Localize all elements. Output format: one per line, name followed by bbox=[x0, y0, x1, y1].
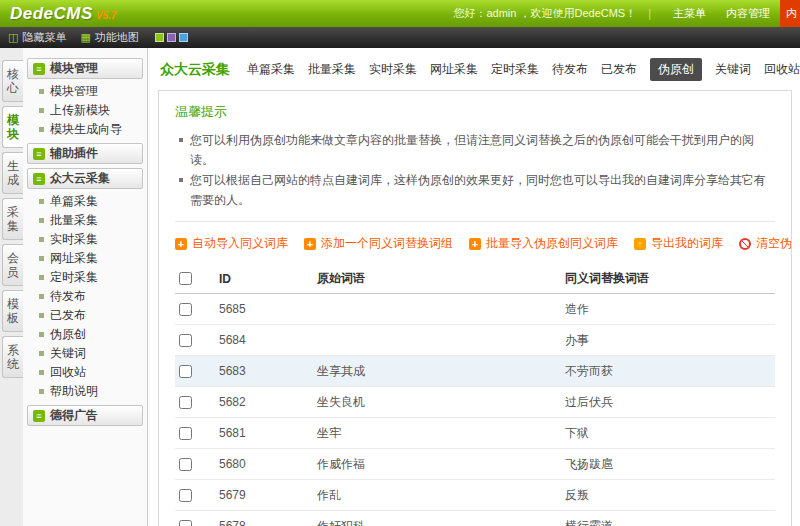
import-icon bbox=[469, 238, 481, 250]
row-checkbox[interactable] bbox=[179, 334, 192, 347]
module-tab-4[interactable]: 会员 bbox=[2, 244, 23, 286]
row-checkbox[interactable] bbox=[179, 520, 192, 526]
bullet-icon bbox=[39, 108, 44, 113]
action-3[interactable]: 导出我的词库 bbox=[634, 235, 723, 252]
row-checkbox[interactable] bbox=[179, 365, 192, 378]
module-tab-2[interactable]: 生成 bbox=[2, 152, 23, 194]
sidebar-item-label: 模块管理 bbox=[50, 84, 98, 99]
row-checkbox[interactable] bbox=[179, 303, 192, 316]
sidebar-item[interactable]: 关键词 bbox=[23, 344, 147, 363]
sidebar-panel-header-0[interactable]: ≡模块管理 bbox=[27, 58, 143, 79]
function-map-label: 功能地图 bbox=[95, 30, 139, 45]
main-tab-9[interactable]: 回收站 bbox=[764, 61, 800, 78]
row-check-cell bbox=[179, 396, 219, 409]
table-row: 5678作奸犯科横行霸道 bbox=[175, 511, 775, 526]
table-row: 5681坐牢下狱 bbox=[175, 418, 775, 449]
hide-menu-button[interactable]: ◫ 隐藏菜单 bbox=[8, 30, 66, 45]
main-tab-7[interactable]: 伪原创 bbox=[650, 58, 702, 81]
sidebar-item[interactable]: 模块管理 bbox=[23, 82, 147, 101]
menu-icon: ≡ bbox=[33, 63, 45, 75]
sidebar-item-label: 待发布 bbox=[50, 289, 86, 304]
bullet-icon bbox=[39, 275, 44, 280]
main-tab-2[interactable]: 实时采集 bbox=[369, 61, 417, 78]
action-2[interactable]: 批量导入伪原创同义词库 bbox=[469, 235, 618, 252]
sidebar-item[interactable]: 定时采集 bbox=[23, 268, 147, 287]
map-icon: ▦ bbox=[80, 32, 90, 43]
sidebar-panel-header-1[interactable]: ≡辅助插件 bbox=[27, 143, 143, 164]
logo-text: DedeCMS bbox=[10, 4, 93, 24]
header-menu-item-2[interactable]: 内 bbox=[780, 0, 800, 27]
module-tab-5[interactable]: 模板 bbox=[2, 290, 23, 332]
module-tab-0[interactable]: 核心 bbox=[2, 60, 23, 102]
divider bbox=[175, 221, 775, 222]
header-menu-item-1[interactable]: 内容管理 bbox=[716, 0, 780, 27]
skin-swatch-1[interactable] bbox=[167, 33, 176, 42]
module-tab-3[interactable]: 采集 bbox=[2, 198, 23, 240]
logo: DedeCMS V5.7 bbox=[10, 4, 116, 24]
sidebar-item-label: 上传新模块 bbox=[50, 103, 110, 118]
header-separator: ｜ bbox=[644, 6, 655, 21]
cell-id: 5684 bbox=[219, 333, 317, 347]
function-map-button[interactable]: ▦ 功能地图 bbox=[80, 30, 138, 45]
table-row: 5684办事 bbox=[175, 325, 775, 356]
sidebar-item[interactable]: 单篇采集 bbox=[23, 192, 147, 211]
header-menu-item-0[interactable]: 主菜单 bbox=[663, 0, 716, 27]
skin-swatch-0[interactable] bbox=[155, 33, 164, 42]
cell-original: 作乱 bbox=[317, 487, 565, 504]
clear-icon bbox=[739, 238, 751, 250]
row-check-cell bbox=[179, 303, 219, 316]
row-check-cell bbox=[179, 427, 219, 440]
main-tab-6[interactable]: 已发布 bbox=[601, 61, 637, 78]
main-tab-5[interactable]: 待发布 bbox=[552, 61, 588, 78]
sidebar-item[interactable]: 模块生成向导 bbox=[23, 120, 147, 139]
main-tab-8[interactable]: 关键词 bbox=[715, 61, 751, 78]
table-row: 5679作乱反叛 bbox=[175, 480, 775, 511]
sidebar-item[interactable]: 伪原创 bbox=[23, 325, 147, 344]
main-tab-1[interactable]: 批量采集 bbox=[308, 61, 356, 78]
sidebar-item-label: 批量采集 bbox=[50, 213, 98, 228]
row-checkbox[interactable] bbox=[179, 458, 192, 471]
action-links: 自动导入同义词库添加一个同义词替换词组批量导入伪原创同义词库导出我的词库清空伪原… bbox=[175, 235, 775, 252]
sidebar-item[interactable]: 待发布 bbox=[23, 287, 147, 306]
sidebar-panel-header-3[interactable]: ≡德得广告 bbox=[27, 405, 143, 426]
module-tab-1[interactable]: 模块 bbox=[2, 106, 23, 148]
sidebar-item[interactable]: 实时采集 bbox=[23, 230, 147, 249]
sidebar-item-label: 实时采集 bbox=[50, 232, 98, 247]
skin-swatch-2[interactable] bbox=[179, 33, 188, 42]
module-tab-6[interactable]: 系统 bbox=[2, 336, 23, 378]
main-tab-0[interactable]: 单篇采集 bbox=[247, 61, 295, 78]
cell-id: 5683 bbox=[219, 364, 317, 378]
sidebar-item[interactable]: 网址采集 bbox=[23, 249, 147, 268]
menu-icon: ≡ bbox=[33, 410, 45, 422]
cell-synonym: 横行霸道 bbox=[565, 518, 775, 526]
bullet-icon bbox=[39, 294, 44, 299]
row-checkbox[interactable] bbox=[179, 427, 192, 440]
sidebar-panel-header-2[interactable]: ≡众大云采集 bbox=[27, 168, 143, 189]
bullet-icon bbox=[179, 178, 183, 182]
layout: 核心模块生成采集会员模板系统 ≡模块管理模块管理上传新模块模块生成向导≡辅助插件… bbox=[0, 48, 800, 526]
column-header-0: ID bbox=[219, 272, 317, 286]
sidebar-item[interactable]: 帮助说明 bbox=[23, 382, 147, 401]
bullet-icon bbox=[39, 332, 44, 337]
sidebar-item[interactable]: 批量采集 bbox=[23, 211, 147, 230]
cell-synonym: 不劳而获 bbox=[565, 363, 775, 380]
sidebar-item[interactable]: 已发布 bbox=[23, 306, 147, 325]
row-checkbox[interactable] bbox=[179, 396, 192, 409]
select-all-checkbox[interactable] bbox=[179, 272, 192, 285]
sidebar-item[interactable]: 回收站 bbox=[23, 363, 147, 382]
row-checkbox[interactable] bbox=[179, 489, 192, 502]
action-0[interactable]: 自动导入同义词库 bbox=[175, 235, 288, 252]
sidebar-panel-title: 众大云采集 bbox=[50, 170, 110, 187]
hide-menu-icon: ◫ bbox=[8, 32, 18, 43]
header-right: 您好：admin ，欢迎使用DedeCMS！ ｜ 主菜单内容管理内 bbox=[453, 0, 800, 27]
sidebar-item[interactable]: 上传新模块 bbox=[23, 101, 147, 120]
toolbar: ◫ 隐藏菜单 ▦ 功能地图 bbox=[0, 27, 800, 48]
main-tab-3[interactable]: 网址采集 bbox=[430, 61, 478, 78]
content-panel: 温馨提示 您可以利用伪原创功能来做文章内容的批量替换，但请注意同义词替换之后的伪… bbox=[158, 90, 792, 526]
main-tab-4[interactable]: 定时采集 bbox=[491, 61, 539, 78]
sidebar-panel-title: 辅助插件 bbox=[50, 145, 98, 162]
action-1[interactable]: 添加一个同义词替换词组 bbox=[304, 235, 453, 252]
table-row: 5682坐失良机过后伏兵 bbox=[175, 387, 775, 418]
cell-original: 作威作福 bbox=[317, 456, 565, 473]
action-4[interactable]: 清空伪原创词库 bbox=[739, 235, 792, 252]
